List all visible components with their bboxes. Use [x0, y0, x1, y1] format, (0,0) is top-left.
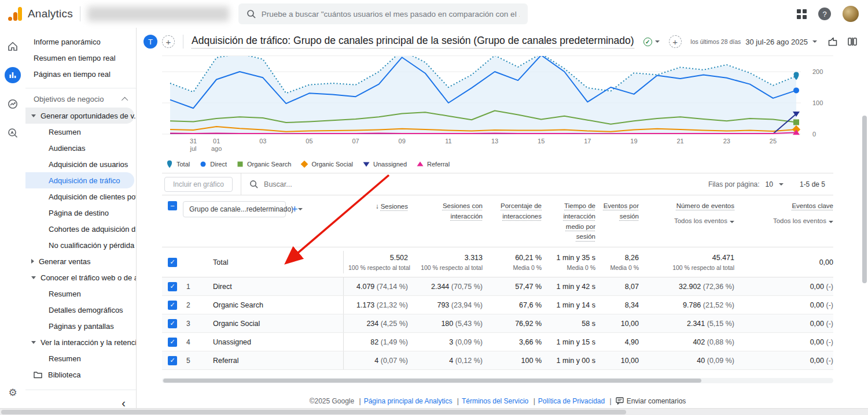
legend-item-referral[interactable]: Referral: [416, 160, 450, 168]
avatar[interactable]: [843, 6, 859, 22]
page-vertical-scrollbar[interactable]: [862, 116, 867, 283]
row-checkbox[interactable]: [168, 319, 177, 328]
report-header: T + Adquisición de tráfico: Grupo de can…: [137, 28, 868, 55]
explore-icon[interactable]: [5, 125, 21, 141]
scrollbar-thumb[interactable]: [163, 379, 701, 383]
search-input[interactable]: [262, 10, 520, 18]
sidebar-item-informe-panor-mico[interactable]: Informe panorámico: [25, 34, 136, 50]
sidebar-item-resumen[interactable]: Resumen: [25, 350, 136, 366]
sidebar-item-label: Resumen: [49, 290, 81, 298]
legend-label: Organic Search: [247, 161, 291, 168]
row-checkbox[interactable]: [168, 338, 177, 347]
select-all-checkbox[interactable]: [168, 201, 177, 210]
cell-5: 9.786 (21,52 %): [639, 301, 734, 309]
row-checkbox[interactable]: [168, 356, 177, 365]
legend-item-direct[interactable]: Direct: [199, 160, 227, 168]
team-avatar[interactable]: T: [144, 35, 157, 49]
cell-5: 32.902 (72,36 %): [639, 283, 734, 291]
property-name-redacted[interactable]: [87, 6, 229, 21]
settings-gear-icon[interactable]: ⚙: [8, 387, 17, 399]
sidebar-item-conocer-el-tr-fico-web-o-de-a[interactable]: Conocer el tráfico web o de a...: [25, 269, 136, 286]
table-row-referral: 5Referral4 (0,07 %)4 (0,12 %)100 %1 min …: [162, 351, 833, 370]
scrollbar-thumb[interactable]: [1, 410, 626, 414]
cell-percent: (5,15 %): [707, 320, 734, 328]
analytics-home-link[interactable]: Página principal de Analytics: [364, 397, 453, 405]
help-icon[interactable]: ?: [818, 8, 831, 20]
cell-percent: (21,52 %): [703, 301, 734, 309]
sidebar-item-objetivos-de-negocio[interactable]: Objetivos de negocio: [25, 88, 136, 108]
sidebar-item-p-gina-de-destino[interactable]: Página de destino: [25, 205, 136, 221]
terms-link[interactable]: Términos del Servicio: [462, 397, 528, 405]
collapse-sidebar-icon[interactable]: ‹: [122, 397, 126, 409]
total-row-checkbox[interactable]: [168, 258, 177, 267]
sidebar-item-resumen[interactable]: Resumen: [25, 286, 136, 302]
column-header-label[interactable]: Número de eventos: [676, 202, 734, 209]
sidebar-item-p-ginas-y-pantallas[interactable]: Páginas y pantallas: [25, 318, 136, 334]
google-apps-icon[interactable]: [797, 9, 807, 19]
sidebar-item-generar-oportunidades-de-v[interactable]: Generar oportunidades de v...: [25, 108, 134, 124]
legend-item-organic-search[interactable]: Organic Search: [236, 160, 291, 168]
channel-name: Unassigned: [213, 338, 251, 346]
sidebar-item-adquisici-n-de-usuarios[interactable]: Adquisición de usuarios: [25, 156, 136, 172]
home-icon[interactable]: [5, 38, 21, 54]
advertising-icon[interactable]: [5, 96, 21, 112]
sidebar-item-audiencias[interactable]: Audiencias: [25, 140, 136, 156]
sidebar-item-biblioteca[interactable]: Biblioteca: [25, 366, 136, 383]
add-comparison-icon[interactable]: +: [669, 35, 682, 48]
table-search-input[interactable]: [264, 180, 437, 188]
table-horizontal-scrollbar[interactable]: [162, 378, 833, 383]
add-report-icon[interactable]: +: [162, 35, 175, 48]
column-header-label[interactable]: Eventos por sesión: [604, 202, 639, 220]
compare-icon[interactable]: [847, 36, 858, 47]
add-dimension-icon[interactable]: +: [292, 203, 298, 216]
sidebar-item-detalles-demogr-ficos[interactable]: Detalles demográficos: [25, 302, 136, 318]
column-filter[interactable]: Todos los eventos: [643, 216, 734, 227]
row-checkbox[interactable]: [168, 301, 177, 310]
sidebar-item-no-cualificaci-n-y-p-rdida[interactable]: No cualificación y pérdida ...: [25, 237, 136, 253]
column-header-4: Eventos por sesión: [595, 201, 639, 222]
table-search[interactable]: [249, 180, 708, 188]
column-header-label[interactable]: Sesiones: [381, 203, 408, 210]
sidebar-item-ver-la-interacci-n-y-la-retenci[interactable]: Ver la interacción y la retenci...: [25, 334, 136, 350]
dimension-select[interactable]: Grupo de canale...redeterminado): [183, 201, 286, 217]
privacy-link[interactable]: Política de Privacidad: [538, 397, 605, 405]
table-row-organic-search: 2Organic Search1.173 (21,32 %)793 (23,94…: [162, 296, 833, 314]
total-cell-6: 0,00: [734, 258, 833, 266]
row-checkbox[interactable]: [168, 282, 177, 291]
rows-per-page[interactable]: Filas por página: 10: [708, 180, 784, 188]
page-horizontal-scrollbar[interactable]: [0, 408, 868, 415]
total-cell-2: 60,21 %Media 0 %: [483, 254, 542, 271]
svg-text:13: 13: [491, 138, 498, 144]
column-header-label[interactable]: Tiempo de interacción medio por sesión: [563, 202, 595, 240]
global-search[interactable]: [238, 3, 528, 24]
column-filter[interactable]: Todos los eventos: [739, 216, 833, 227]
date-range-picker[interactable]: los últimos 28 días 30 jul-26 ago 2025: [690, 38, 817, 46]
sidebar-item-cohortes-de-adquisici-n-d[interactable]: Cohortes de adquisición d...: [25, 221, 136, 237]
sidebar-item-adquisici-n-de-clientes-pot[interactable]: Adquisición de clientes pot...: [25, 188, 136, 205]
sidebar-item-resumen[interactable]: Resumen: [25, 124, 136, 140]
cell-value: 0,00: [810, 320, 824, 328]
sidebar-item-label: Adquisición de usuarios: [49, 160, 128, 169]
insights-icon[interactable]: [827, 36, 838, 47]
brand-name: Analytics: [28, 8, 73, 20]
sidebar-item-label: Objetivos de negocio: [34, 95, 104, 103]
include-in-chart-button[interactable]: Incluir en gráfico: [164, 177, 233, 192]
cell-5: 2.341 (5,15 %): [639, 320, 734, 328]
send-feedback-link[interactable]: Enviar comentarios: [627, 397, 686, 405]
sidebar-item-p-ginas-en-tiempo-real[interactable]: Páginas en tiempo real: [25, 66, 136, 82]
reports-icon[interactable]: [5, 67, 21, 83]
legend-item-total[interactable]: Total: [165, 160, 190, 168]
legend-marker-icon: [416, 160, 424, 168]
column-header-label[interactable]: Porcentaje de interacciones: [501, 202, 542, 220]
report-title[interactable]: Adquisición de tráfico: Grupo de canales…: [192, 35, 634, 49]
legend-item-unassigned[interactable]: Unassigned: [362, 160, 407, 168]
column-header-label[interactable]: Eventos clave: [792, 202, 833, 209]
report-saved-status[interactable]: ✓: [639, 36, 664, 48]
legend-item-organic-social[interactable]: Organic Social: [300, 160, 353, 168]
sidebar-item-generar-ventas[interactable]: Generar ventas: [25, 253, 136, 269]
total-subtext: Media 0 %: [546, 264, 595, 271]
column-header-label[interactable]: Sesiones con interacción: [443, 202, 483, 220]
sidebar-item-resumen-en-tiempo-real[interactable]: Resumen en tiempo real: [25, 50, 136, 66]
sidebar-item-adquisici-n-de-tr-fico[interactable]: Adquisición de tráfico: [25, 172, 134, 188]
table-row-direct: 1Direct4.079 (74,14 %)2.344 (70,75 %)57,…: [162, 277, 833, 296]
